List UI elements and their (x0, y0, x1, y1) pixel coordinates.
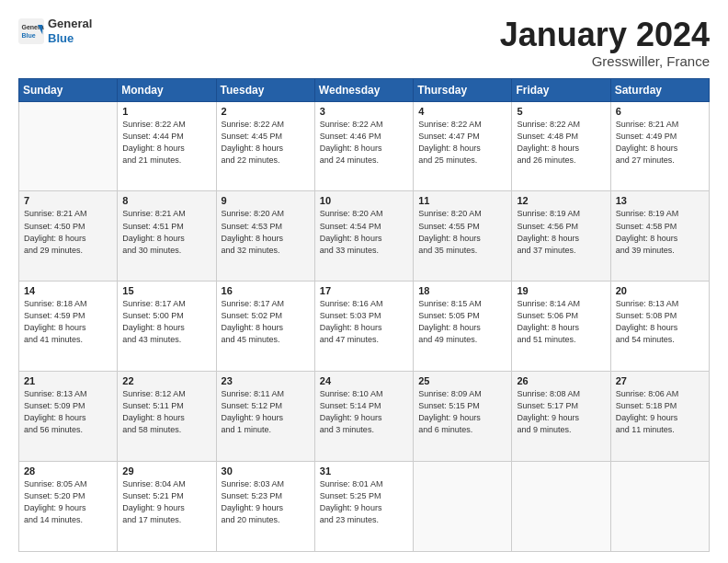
calendar-week-3: 14Sunrise: 8:18 AM Sunset: 4:59 PM Dayli… (19, 282, 710, 372)
calendar-cell: 14Sunrise: 8:18 AM Sunset: 4:59 PM Dayli… (19, 282, 118, 372)
logo-text: General Blue (48, 17, 92, 45)
day-number: 26 (517, 375, 605, 386)
day-number: 7 (24, 195, 112, 206)
header: General Blue General Blue January 2024 G… (18, 17, 710, 69)
day-number: 4 (418, 106, 506, 117)
col-tuesday: Tuesday (216, 78, 314, 101)
day-number: 22 (122, 375, 210, 386)
day-number: 9 (222, 195, 310, 206)
day-number: 10 (320, 195, 408, 206)
day-number: 28 (24, 465, 112, 477)
day-number: 5 (517, 106, 605, 117)
day-number: 15 (122, 285, 210, 296)
col-sunday: Sunday (19, 78, 118, 101)
day-number: 18 (418, 285, 506, 296)
col-thursday: Thursday (414, 78, 512, 101)
calendar-cell: 5Sunrise: 8:22 AM Sunset: 4:48 PM Daylig… (512, 101, 610, 191)
day-info: Sunrise: 8:22 AM Sunset: 4:44 PM Dayligh… (122, 119, 210, 167)
day-number: 30 (222, 465, 310, 477)
calendar-cell: 21Sunrise: 8:13 AM Sunset: 5:09 PM Dayli… (19, 372, 118, 462)
calendar-cell: 30Sunrise: 8:03 AM Sunset: 5:23 PM Dayli… (216, 462, 314, 552)
calendar-cell: 22Sunrise: 8:12 AM Sunset: 5:11 PM Dayli… (118, 372, 216, 462)
day-info: Sunrise: 8:03 AM Sunset: 5:23 PM Dayligh… (222, 478, 310, 526)
calendar-cell: 15Sunrise: 8:17 AM Sunset: 5:00 PM Dayli… (118, 282, 216, 372)
col-monday: Monday (118, 78, 216, 101)
day-info: Sunrise: 8:19 AM Sunset: 4:58 PM Dayligh… (616, 208, 704, 256)
header-row: Sunday Monday Tuesday Wednesday Thursday… (19, 78, 710, 101)
calendar-cell: 8Sunrise: 8:21 AM Sunset: 4:51 PM Daylig… (118, 191, 216, 282)
logo-icon: General Blue (18, 18, 44, 44)
day-number: 19 (517, 285, 605, 296)
day-info: Sunrise: 8:21 AM Sunset: 4:49 PM Dayligh… (616, 119, 704, 167)
day-number: 31 (320, 465, 408, 477)
day-number: 12 (517, 195, 605, 206)
calendar-cell (512, 462, 610, 552)
calendar-cell (610, 462, 709, 552)
day-number: 1 (122, 106, 210, 117)
calendar-cell: 2Sunrise: 8:22 AM Sunset: 4:45 PM Daylig… (216, 101, 314, 191)
svg-rect-0 (18, 18, 44, 44)
day-info: Sunrise: 8:21 AM Sunset: 4:50 PM Dayligh… (24, 208, 112, 256)
day-info: Sunrise: 8:13 AM Sunset: 5:08 PM Dayligh… (616, 298, 704, 346)
day-info: Sunrise: 8:11 AM Sunset: 5:12 PM Dayligh… (222, 388, 310, 436)
day-info: Sunrise: 8:13 AM Sunset: 5:09 PM Dayligh… (24, 388, 112, 436)
day-info: Sunrise: 8:17 AM Sunset: 5:00 PM Dayligh… (122, 298, 210, 346)
calendar-week-1: 1Sunrise: 8:22 AM Sunset: 4:44 PM Daylig… (19, 101, 710, 191)
calendar-title: January 2024 (500, 17, 710, 53)
day-number: 27 (616, 375, 704, 386)
calendar-cell: 23Sunrise: 8:11 AM Sunset: 5:12 PM Dayli… (216, 372, 314, 462)
day-number: 20 (616, 285, 704, 296)
calendar-cell: 20Sunrise: 8:13 AM Sunset: 5:08 PM Dayli… (610, 282, 709, 372)
calendar-table: Sunday Monday Tuesday Wednesday Thursday… (18, 78, 710, 552)
day-info: Sunrise: 8:20 AM Sunset: 4:53 PM Dayligh… (222, 208, 310, 256)
calendar-cell: 11Sunrise: 8:20 AM Sunset: 4:55 PM Dayli… (414, 191, 512, 282)
logo-blue-text: Blue (48, 31, 92, 46)
day-info: Sunrise: 8:08 AM Sunset: 5:17 PM Dayligh… (517, 388, 605, 436)
calendar-cell: 26Sunrise: 8:08 AM Sunset: 5:17 PM Dayli… (512, 372, 610, 462)
calendar-cell: 31Sunrise: 8:01 AM Sunset: 5:25 PM Dayli… (314, 462, 413, 552)
day-info: Sunrise: 8:20 AM Sunset: 4:55 PM Dayligh… (418, 208, 506, 256)
calendar-cell: 3Sunrise: 8:22 AM Sunset: 4:46 PM Daylig… (314, 101, 413, 191)
calendar-cell: 17Sunrise: 8:16 AM Sunset: 5:03 PM Dayli… (314, 282, 413, 372)
calendar-cell: 9Sunrise: 8:20 AM Sunset: 4:53 PM Daylig… (216, 191, 314, 282)
svg-text:Blue: Blue (22, 32, 36, 39)
calendar-cell: 19Sunrise: 8:14 AM Sunset: 5:06 PM Dayli… (512, 282, 610, 372)
page: General Blue General Blue January 2024 G… (0, 0, 728, 563)
calendar-cell: 7Sunrise: 8:21 AM Sunset: 4:50 PM Daylig… (19, 191, 118, 282)
day-info: Sunrise: 8:22 AM Sunset: 4:47 PM Dayligh… (418, 119, 506, 167)
day-info: Sunrise: 8:14 AM Sunset: 5:06 PM Dayligh… (517, 298, 605, 346)
day-number: 17 (320, 285, 408, 296)
calendar-cell: 13Sunrise: 8:19 AM Sunset: 4:58 PM Dayli… (610, 191, 709, 282)
logo-general-text: General (48, 17, 92, 31)
calendar-cell: 12Sunrise: 8:19 AM Sunset: 4:56 PM Dayli… (512, 191, 610, 282)
calendar-week-5: 28Sunrise: 8:05 AM Sunset: 5:20 PM Dayli… (19, 462, 710, 552)
day-info: Sunrise: 8:22 AM Sunset: 4:46 PM Dayligh… (320, 119, 408, 167)
calendar-cell: 29Sunrise: 8:04 AM Sunset: 5:21 PM Dayli… (118, 462, 216, 552)
day-number: 24 (320, 375, 408, 386)
calendar-cell: 28Sunrise: 8:05 AM Sunset: 5:20 PM Dayli… (19, 462, 118, 552)
calendar-cell (414, 462, 512, 552)
col-saturday: Saturday (610, 78, 709, 101)
calendar-cell: 16Sunrise: 8:17 AM Sunset: 5:02 PM Dayli… (216, 282, 314, 372)
day-number: 21 (24, 375, 112, 386)
calendar-cell: 24Sunrise: 8:10 AM Sunset: 5:14 PM Dayli… (314, 372, 413, 462)
day-number: 23 (222, 375, 310, 386)
day-info: Sunrise: 8:22 AM Sunset: 4:45 PM Dayligh… (222, 119, 310, 167)
calendar-cell: 25Sunrise: 8:09 AM Sunset: 5:15 PM Dayli… (414, 372, 512, 462)
day-number: 8 (122, 195, 210, 206)
day-number: 16 (222, 285, 310, 296)
day-number: 2 (222, 106, 310, 117)
day-number: 14 (24, 285, 112, 296)
title-block: January 2024 Gresswiller, France (500, 17, 710, 69)
col-friday: Friday (512, 78, 610, 101)
calendar-cell: 18Sunrise: 8:15 AM Sunset: 5:05 PM Dayli… (414, 282, 512, 372)
col-wednesday: Wednesday (314, 78, 413, 101)
calendar-cell: 4Sunrise: 8:22 AM Sunset: 4:47 PM Daylig… (414, 101, 512, 191)
calendar-cell: 1Sunrise: 8:22 AM Sunset: 4:44 PM Daylig… (118, 101, 216, 191)
calendar-week-4: 21Sunrise: 8:13 AM Sunset: 5:09 PM Dayli… (19, 372, 710, 462)
day-info: Sunrise: 8:20 AM Sunset: 4:54 PM Dayligh… (320, 208, 408, 256)
calendar-cell: 27Sunrise: 8:06 AM Sunset: 5:18 PM Dayli… (610, 372, 709, 462)
day-number: 11 (418, 195, 506, 206)
day-info: Sunrise: 8:17 AM Sunset: 5:02 PM Dayligh… (222, 298, 310, 346)
day-number: 25 (418, 375, 506, 386)
